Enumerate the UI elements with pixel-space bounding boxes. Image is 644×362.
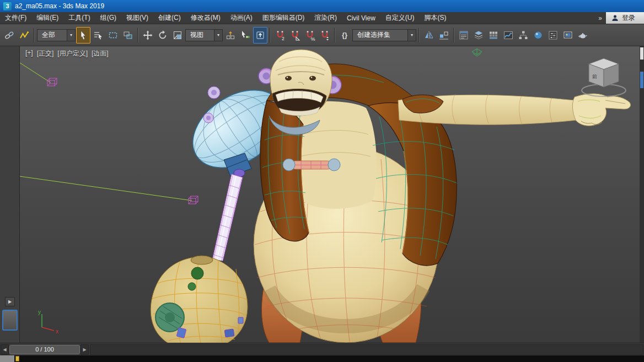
- menu-views[interactable]: 视图(V): [121, 12, 153, 24]
- character-model[interactable]: [254, 50, 631, 343]
- reference-coordinate-dropdown[interactable]: 视图 ▾: [185, 29, 223, 41]
- track-bar-left-cap: [0, 355, 14, 362]
- menu-modifiers[interactable]: 修改器(M): [186, 12, 226, 24]
- viewport-menu-pov[interactable]: [正交]: [37, 49, 54, 58]
- manipulate-icon: [240, 30, 251, 41]
- viewport-menu-shading[interactable]: [边面]: [92, 49, 109, 58]
- chevron-down-icon: ▾: [407, 30, 416, 41]
- 3dsmax-window: 3 a2_ma05.max - 3ds Max 2019 文件(F) 编辑(E)…: [0, 0, 644, 362]
- expand-panel-button[interactable]: ▶: [5, 297, 15, 306]
- next-frame-button[interactable]: ▶: [80, 344, 89, 355]
- select-and-manipulate-button[interactable]: [238, 27, 253, 44]
- titlebar: 3 a2_ma05.max - 3ds Max 2019: [0, 0, 644, 12]
- mirror-icon: [423, 30, 434, 41]
- bind-to-spacewarp-button[interactable]: [17, 27, 31, 44]
- viewport-scene: 前 y x: [20, 46, 640, 343]
- svg-text:%: %: [311, 36, 315, 41]
- bone-helper-lines: [20, 63, 192, 201]
- scene-explorer-button[interactable]: [457, 27, 471, 44]
- time-slider-bar: ◀ 0 / 100 ▶: [0, 343, 644, 355]
- select-object-button[interactable]: [76, 27, 90, 44]
- layer-explorer-button[interactable]: [471, 27, 486, 44]
- viewport-layout-tab[interactable]: [2, 310, 18, 331]
- viewport[interactable]: [+] [正交] [用户定义] [边面]: [20, 46, 640, 343]
- right-strip-handle[interactable]: [640, 47, 643, 60]
- menu-scripting[interactable]: 脚本(S): [419, 12, 451, 24]
- time-slider-track[interactable]: [90, 344, 643, 355]
- keyframe-marker[interactable]: [15, 356, 19, 361]
- rotate-icon: [157, 30, 168, 41]
- rendered-frame-button[interactable]: [561, 27, 575, 44]
- prev-frame-button[interactable]: ◀: [1, 344, 9, 355]
- curve-icon: [503, 30, 514, 41]
- align-button[interactable]: [437, 27, 451, 44]
- scene-explorer-icon: [458, 30, 469, 41]
- track-bar[interactable]: [0, 355, 644, 362]
- teapot-icon: [577, 30, 588, 41]
- select-and-scale-button[interactable]: [170, 27, 185, 44]
- select-arrow-icon: [78, 30, 89, 41]
- menu-file[interactable]: 文件(F): [0, 12, 31, 24]
- menu-edit[interactable]: 编辑(E): [31, 12, 63, 24]
- viewport-menu-general[interactable]: [+]: [25, 49, 33, 58]
- edit-named-selections-button[interactable]: {}: [337, 27, 352, 44]
- material-editor-button[interactable]: [531, 27, 545, 44]
- rect-region-icon: [108, 30, 119, 41]
- dummy-helper[interactable]: [47, 78, 57, 86]
- percent-snap-button[interactable]: %: [303, 27, 317, 44]
- curve-editor-button[interactable]: [501, 27, 516, 44]
- render-setup-button[interactable]: [546, 27, 560, 44]
- braces-icon: {}: [342, 31, 347, 39]
- green-helper-object[interactable]: [472, 49, 482, 57]
- viewport-menu-view[interactable]: [用户定义]: [57, 49, 88, 58]
- menu-rendering[interactable]: 渲染(R): [309, 12, 342, 24]
- grid-icon: [488, 30, 499, 41]
- named-selection-set-dropdown[interactable]: 创建选择集 ▾: [352, 29, 416, 41]
- menu-customize[interactable]: 自定义(U): [380, 12, 420, 24]
- right-strip-blue-handle[interactable]: [640, 72, 643, 88]
- window-crossing-button[interactable]: [121, 27, 135, 44]
- menu-civil-view[interactable]: Civil View: [342, 12, 380, 24]
- render-production-button[interactable]: [576, 27, 590, 44]
- keyboard-override-button[interactable]: [253, 27, 267, 44]
- svg-text:x: x: [56, 328, 58, 334]
- ribbon-toggle-button[interactable]: [486, 27, 501, 44]
- login-button[interactable]: 登录: [606, 12, 644, 24]
- menu-tools[interactable]: 工具(T): [63, 12, 95, 24]
- snap-toggle-2d-button[interactable]: 2: [273, 27, 287, 44]
- toolbar-separator: [453, 28, 454, 42]
- select-and-link-button[interactable]: [2, 27, 17, 44]
- bag-object[interactable]: [151, 256, 248, 343]
- angle-snap-icon: [289, 30, 300, 41]
- staff-object[interactable]: [209, 174, 243, 267]
- login-label: 登录: [622, 13, 635, 23]
- axis-tripod: y x: [38, 309, 58, 334]
- use-center-button[interactable]: [223, 27, 238, 44]
- menu-animation[interactable]: 动画(A): [226, 12, 257, 24]
- selection-filter-dropdown[interactable]: 全部 ▾: [37, 29, 76, 41]
- toolbar-separator: [270, 28, 271, 42]
- select-and-rotate-button[interactable]: [155, 27, 170, 44]
- menu-graph-editors[interactable]: 图形编辑器(D): [257, 12, 310, 24]
- schematic-view-button[interactable]: [516, 27, 530, 44]
- chevron-down-icon: ▾: [67, 30, 75, 41]
- angle-snap-button[interactable]: [288, 27, 302, 44]
- rect-selection-region-button[interactable]: [106, 27, 120, 44]
- menu-create[interactable]: 创建(C): [153, 12, 186, 24]
- viewcube[interactable]: 前: [582, 58, 626, 96]
- main-toolbar: 全部 ▾: [0, 24, 644, 46]
- select-and-move-button[interactable]: [141, 27, 155, 44]
- spinner-snap-button[interactable]: [318, 27, 332, 44]
- use-center-icon: [225, 30, 236, 41]
- toolbar-separator: [334, 28, 335, 42]
- mirror-button[interactable]: [422, 27, 436, 44]
- toolbar-separator: [137, 28, 138, 42]
- link-icon: [4, 30, 15, 41]
- work-area: ▶ [+] [正交] [用户定义] [边面]: [0, 46, 644, 343]
- select-by-name-button[interactable]: [91, 27, 105, 44]
- layers-icon: [473, 30, 484, 41]
- menu-overflow-chevron[interactable]: »: [594, 12, 606, 24]
- frame-indicator[interactable]: 0 / 100: [9, 345, 80, 354]
- menu-group[interactable]: 组(G): [95, 12, 121, 24]
- dummy-helper[interactable]: [189, 196, 198, 204]
